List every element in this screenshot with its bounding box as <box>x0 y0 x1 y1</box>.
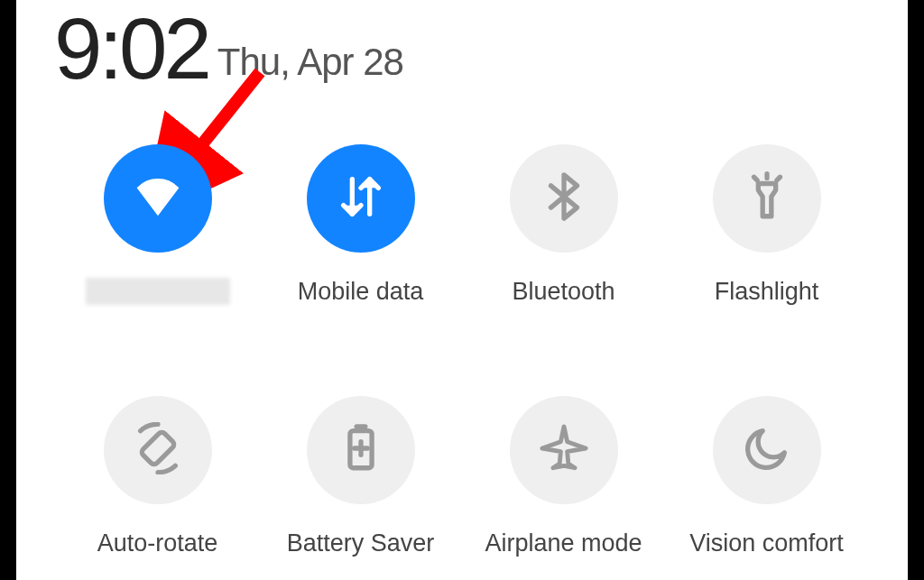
clock-date: Thu, Apr 28 <box>217 41 403 84</box>
clock-time: 9:02 <box>54 5 208 92</box>
airplane-mode-tile: Airplane mode <box>465 396 663 557</box>
mobile-data-toggle[interactable] <box>307 144 415 253</box>
auto-rotate-tile: Auto-rotate <box>59 396 257 557</box>
bluetooth-icon <box>538 170 590 226</box>
wifi-icon <box>132 170 184 226</box>
vision-comfort-toggle[interactable] <box>713 396 821 504</box>
quick-settings-panel: 9:02 Thu, Apr 28 <box>16 0 908 580</box>
mobile-data-tile: Mobile data <box>262 144 460 306</box>
mobile-data-label: Mobile data <box>298 278 424 306</box>
svg-line-6 <box>776 177 780 180</box>
auto-rotate-toggle[interactable] <box>104 396 212 504</box>
bluetooth-tile: Bluetooth <box>465 144 663 306</box>
svg-line-5 <box>753 177 757 180</box>
status-header: 9:02 Thu, Apr 28 <box>54 0 403 92</box>
flashlight-icon <box>741 170 793 226</box>
wifi-tile <box>59 144 257 306</box>
bluetooth-label: Bluetooth <box>512 278 614 306</box>
battery-saver-toggle[interactable] <box>307 396 415 504</box>
battery-saver-icon <box>335 422 387 478</box>
vision-comfort-label: Vision comfort <box>689 529 844 557</box>
vision-comfort-tile: Vision comfort <box>668 396 866 557</box>
tiles-grid: Mobile data Bluetooth <box>56 144 868 557</box>
battery-saver-tile: Battery Saver <box>262 396 460 557</box>
wifi-label-redacted <box>86 278 230 305</box>
svg-rect-7 <box>140 430 175 465</box>
wifi-toggle[interactable] <box>104 144 212 253</box>
bluetooth-toggle[interactable] <box>510 144 618 253</box>
auto-rotate-label: Auto-rotate <box>97 529 218 557</box>
flashlight-tile: Flashlight <box>668 144 866 306</box>
flashlight-label: Flashlight <box>715 278 819 306</box>
moon-icon <box>741 422 793 478</box>
mobile-data-icon <box>335 170 387 226</box>
battery-saver-label: Battery Saver <box>287 529 435 557</box>
airplane-icon <box>538 422 590 478</box>
flashlight-toggle[interactable] <box>713 144 821 253</box>
auto-rotate-icon <box>132 422 184 478</box>
airplane-mode-label: Airplane mode <box>485 529 642 557</box>
airplane-mode-toggle[interactable] <box>510 396 618 504</box>
